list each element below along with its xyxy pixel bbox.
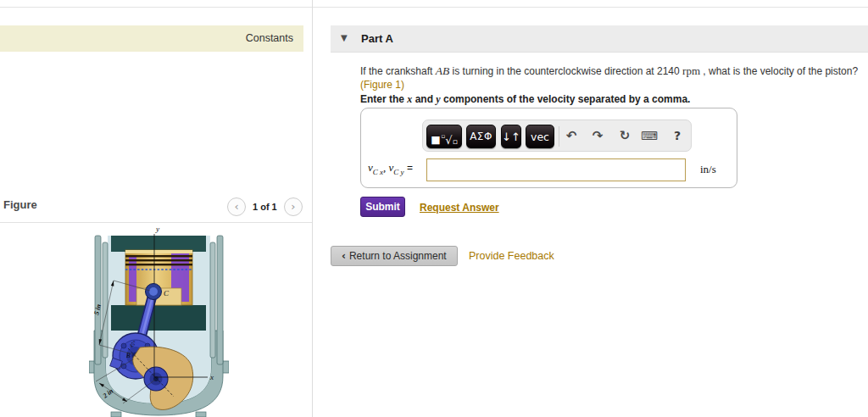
question-mid: is turning in the counterclockwise direc… — [449, 65, 682, 77]
question-post: , what is the velocity of the piston? — [700, 65, 858, 77]
part-a-header: ▼ Part A — [331, 25, 868, 53]
answer-input[interactable] — [426, 158, 686, 181]
back-chevron-icon: ‹ — [342, 250, 346, 262]
top-divider — [0, 7, 868, 8]
submit-button[interactable]: Submit — [360, 197, 405, 217]
equals-sign: = — [404, 162, 413, 174]
question-text: If the crankshaft AB is turning in the c… — [360, 64, 868, 92]
figure-next-button[interactable]: › — [284, 197, 303, 216]
v1-subscript: C x — [373, 168, 383, 176]
toolbar-separator — [559, 126, 559, 147]
redo-icon[interactable]: ↷ — [587, 125, 609, 147]
undo-icon[interactable]: ↶ — [560, 125, 582, 147]
keyboard-icon[interactable]: ⌨ — [638, 125, 660, 147]
figure-section-title: Figure — [3, 198, 37, 211]
rpm-unit: rpm — [682, 64, 700, 77]
crankshaft-variable: AB — [436, 64, 450, 77]
return-label: Return to Assignment — [349, 250, 447, 262]
greek-letters-button[interactable]: ΑΣΦ — [466, 125, 496, 148]
answer-instruction: Enter the x and y components of the velo… — [360, 93, 868, 106]
figure-pagination: ‹ 1 of 1 › — [227, 197, 303, 217]
provide-feedback-link[interactable]: Provide Feedback — [469, 250, 554, 262]
cylinder-top-chamber — [111, 236, 206, 252]
radicand-box-icon: ▫ — [453, 137, 458, 146]
v2-subscript: C y — [393, 168, 403, 176]
answer-label: vC x, vC y = — [368, 161, 413, 176]
question-pre: If the crankshaft — [360, 65, 436, 77]
collapse-part-icon[interactable]: ▼ — [341, 33, 348, 42]
figure-page-label: 1 of 1 — [253, 202, 277, 212]
radical-icon: √ — [445, 134, 452, 147]
instruction-mid: and — [412, 93, 436, 105]
request-answer-link[interactable]: Request Answer — [420, 202, 499, 214]
piston-crankshaft-figure: y x C 45° B 5 in 2 in — [89, 224, 229, 417]
part-a-title: Part A — [361, 32, 393, 45]
reset-icon[interactable]: ↻ — [614, 125, 636, 147]
figure-prev-button[interactable]: ‹ — [227, 197, 246, 216]
y-axis-label: y — [155, 225, 159, 233]
main-bearing — [144, 367, 168, 391]
equation-answer-box: ■▫√▫ ΑΣΦ ↓↑ vec ↶ ↷ ↻ ⌨ ? vC x, vC y = i… — [360, 108, 737, 188]
constants-link[interactable]: Constants — [246, 25, 293, 52]
vector-button[interactable]: vec — [526, 125, 554, 148]
panel-divider — [312, 0, 313, 417]
equation-toolbar: ■▫√▫ ΑΣΦ ↓↑ vec ↶ ↷ ↻ ⌨ ? — [422, 120, 692, 152]
figure-header-divider — [0, 222, 312, 223]
x-axis-label: x — [209, 373, 214, 381]
math-templates-button[interactable]: ■▫√▫ — [426, 125, 462, 148]
answer-unit: in/s — [700, 163, 716, 176]
instruction-pre: Enter the — [360, 93, 407, 105]
return-to-assignment-button[interactable]: ‹Return to Assignment — [331, 246, 458, 266]
filled-square-icon: ■ — [431, 134, 440, 146]
constants-banner: Constants — [0, 25, 303, 52]
instruction-post: components of the velocity separated by … — [441, 93, 691, 105]
help-icon[interactable]: ? — [666, 125, 688, 147]
mastering-problem-page: Constants Figure ‹ 1 of 1 › — [0, 0, 868, 417]
up-down-arrows-button[interactable]: ↓↑ — [501, 125, 521, 148]
figure-1-link[interactable]: (Figure 1) — [360, 79, 404, 91]
piston-pin-label: C — [164, 289, 170, 297]
